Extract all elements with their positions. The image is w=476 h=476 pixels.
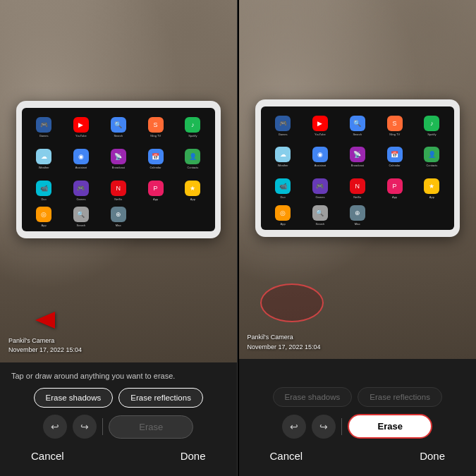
erase-shadows-btn-right[interactable]: Erase shadows (273, 387, 353, 407)
app-icon: 📹Duo (26, 176, 62, 206)
done-btn-left[interactable]: Done (175, 447, 212, 465)
photo-meta-left: Pankil's Camera November 17, 2022 15:04 (8, 336, 82, 355)
app-icon: ◎App (26, 207, 62, 227)
erase-apply-btn-left[interactable]: Erase (109, 415, 193, 439)
tablet-device-right: 🎮Games▶YouTube🔍SearchSSling TV♪Spotify☁W… (246, 6, 470, 331)
app-icon: NNetflix (339, 173, 375, 204)
erase-shadows-btn-left[interactable]: Erase shadows (34, 388, 114, 408)
erase-apply-btn-right[interactable]: Erase (348, 414, 432, 439)
app-icon: PApp (138, 176, 173, 206)
app-icon: 🎮Games (63, 176, 99, 206)
redo-btn-right[interactable]: ↪ (312, 415, 336, 439)
erase-type-row-left: Erase shadows Erase reflections (11, 388, 226, 408)
nav-row-left: Cancel Done (11, 447, 226, 465)
right-controls: Erase shadows Erase reflections ↩ ↪ Eras… (239, 359, 477, 476)
app-icon: 🔍Search (303, 205, 338, 226)
action-divider-left (102, 418, 103, 435)
app-icon: ⊕Misc (339, 205, 375, 226)
app-icon: 📹Duo (265, 173, 301, 204)
tablet-device-left: 🎮Games▶YouTube🔍SearchSSling TV♪Spotify☁W… (7, 6, 230, 334)
app-icon: 🔍Search (100, 112, 136, 142)
app-icon: ◎App (265, 205, 301, 226)
app-icon: ☁Weather (265, 142, 301, 173)
app-icon: ☁Weather (26, 144, 62, 174)
red-arrow-indicator (35, 312, 55, 329)
cancel-btn-right[interactable]: Cancel (264, 447, 309, 465)
instruction-text: Tap or draw around anything you want to … (11, 371, 226, 381)
app-icon: SSling TV (377, 111, 413, 141)
app-icon: SSling TV (138, 112, 173, 142)
app-icon: 🎮Games (265, 111, 301, 141)
app-icon: 👤Contacts (414, 142, 450, 173)
undo-btn-left[interactable]: ↩ (43, 415, 67, 439)
app-icon: 📅Calendar (377, 142, 413, 173)
app-icon: ▶YouTube (303, 111, 338, 141)
app-icon: ★App (175, 176, 211, 206)
selection-oval (260, 283, 324, 322)
app-icon: NNetflix (100, 176, 136, 206)
photo-meta-right: Pankil's Camera November 17, 2022 15:04 (248, 333, 321, 352)
nav-row-right: Cancel Done (250, 447, 465, 465)
erase-reflections-btn-right[interactable]: Erase reflections (358, 387, 442, 407)
right-panel: 🎮Games▶YouTube🔍SearchSSling TV♪Spotify☁W… (239, 0, 477, 476)
app-icon: 🔍Search (339, 111, 375, 141)
app-icon: 🔍Search (63, 207, 99, 227)
erase-type-row-right: Erase shadows Erase reflections (250, 387, 465, 407)
left-panel: 🎮Games▶YouTube🔍SearchSSling TV♪Spotify☁W… (0, 0, 238, 476)
done-btn-right[interactable]: Done (414, 447, 451, 465)
app-icon: 📡Broadcast (100, 144, 136, 174)
erase-reflections-btn-left[interactable]: Erase reflections (118, 388, 203, 408)
action-row-left: ↩ ↪ Erase (11, 415, 226, 439)
app-icon: ▶YouTube (63, 112, 99, 142)
action-row-right: ↩ ↪ Erase (250, 414, 465, 439)
app-icon: ★App (414, 173, 450, 204)
app-icon: ♪Spotify (175, 112, 211, 142)
redo-btn-left[interactable]: ↪ (73, 415, 97, 439)
left-photo-area: 🎮Games▶YouTube🔍SearchSSling TV♪Spotify☁W… (0, 0, 237, 362)
app-icon: PApp (377, 173, 413, 204)
app-icon: ⊕Misc (100, 207, 136, 227)
app-icon: ◉Assistant (303, 142, 338, 173)
app-icon: ♪Spotify (414, 111, 450, 141)
app-icon: 🎮Games (26, 112, 62, 142)
action-divider-right (341, 418, 342, 435)
app-icon: ◉Assistant (63, 144, 99, 174)
right-photo-area: 🎮Games▶YouTube🔍SearchSSling TV♪Spotify☁W… (239, 0, 477, 359)
undo-btn-right[interactable]: ↩ (282, 415, 306, 439)
app-icon: 📅Calendar (138, 144, 173, 174)
app-icon: 👤Contacts (175, 144, 211, 174)
left-controls: Tap or draw around anything you want to … (0, 362, 237, 476)
app-icon: 🎮Games (303, 173, 338, 204)
app-icon: 📡Broadcast (339, 142, 375, 173)
cancel-btn-left[interactable]: Cancel (25, 447, 70, 465)
